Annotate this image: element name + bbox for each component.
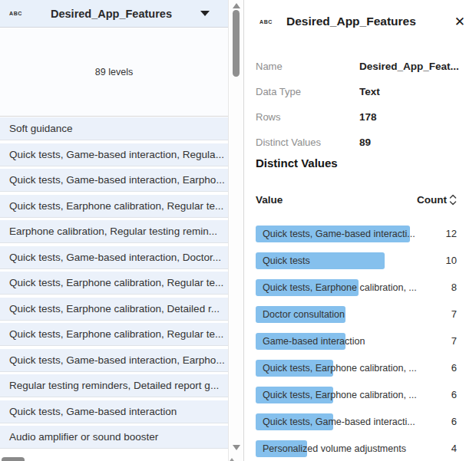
- metadata-row: Rows 178: [256, 104, 465, 130]
- count-cell: 7: [451, 306, 457, 323]
- list-item[interactable]: Earphone calibration, Regular testing re…: [0, 220, 228, 243]
- list-item[interactable]: Quick tests, Earphone calibration, Regul…: [0, 272, 228, 295]
- count-cell: 6: [451, 360, 457, 377]
- list-item[interactable]: Audio amplifier or sound booster: [0, 426, 228, 449]
- count-cell: 10: [446, 252, 457, 269]
- column-details-panel: ABC Desired_App_Features ✕ Name Desired_…: [243, 0, 476, 461]
- metadata-label: Data Type: [256, 86, 359, 97]
- metadata-row: Data Type Text: [256, 79, 465, 104]
- value-column-header: Value: [256, 194, 283, 206]
- horizontal-scrollbar-thumb[interactable]: [2, 457, 25, 461]
- table-row[interactable]: Doctor consultation 7: [256, 306, 476, 323]
- table-row[interactable]: Personalized volume adjustments 4: [256, 440, 476, 457]
- chevron-down-icon: [200, 11, 210, 16]
- value-cell: Quick tests, Earphone calibration, ...: [263, 360, 417, 377]
- scroll-down-icon[interactable]: [233, 445, 240, 450]
- list-item[interactable]: Quick tests, Game-based interaction, Ear…: [0, 349, 228, 372]
- column-inspector-window: ABC Desired_App_Features 89 levels Soft …: [0, 0, 476, 461]
- column-header-dropdown[interactable]: ABC Desired_App_Features: [0, 0, 228, 28]
- sort-arrows-icon: [449, 194, 457, 206]
- metadata-value: Desired_App_Feat...: [359, 61, 459, 72]
- distinct-values-section-title: Distinct Values: [256, 156, 338, 170]
- table-row[interactable]: Game-based interaction 7: [256, 333, 476, 350]
- metadata-label: Distinct Values: [256, 137, 359, 148]
- vertical-scrollbar[interactable]: [230, 0, 243, 461]
- levels-summary-area: 89 levels: [0, 28, 228, 117]
- list-item[interactable]: Quick tests, Game-based interaction, Doc…: [0, 246, 228, 269]
- metadata-label: Rows: [256, 111, 359, 123]
- scroll-up-icon[interactable]: [233, 3, 240, 8]
- metadata-value: 89: [359, 137, 371, 148]
- table-row[interactable]: Quick tests, Earphone calibration, ... 6: [256, 387, 476, 403]
- list-item[interactable]: Quick tests, Earphone calibration, Regul…: [0, 195, 228, 218]
- count-cell: 4: [451, 440, 457, 457]
- distinct-values-table-header: Value Count: [256, 193, 457, 206]
- table-row[interactable]: Quick tests, Earphone calibration, ... 6: [256, 360, 476, 377]
- table-row[interactable]: Quick tests, Game-based interacti... 12: [256, 226, 476, 242]
- count-cell: 7: [451, 333, 457, 350]
- metadata-row: Distinct Values 89: [256, 130, 465, 155]
- count-column-header[interactable]: Count: [417, 194, 457, 206]
- list-item[interactable]: Quick tests, Earphone calibration, Detai…: [0, 298, 228, 321]
- count-cell: 8: [451, 279, 457, 296]
- list-item[interactable]: Quick tests, Game-based interaction, Ear…: [0, 169, 228, 192]
- value-cell: Doctor consultation: [263, 306, 345, 323]
- column-title: Desired_App_Features: [22, 8, 200, 20]
- metadata-row: Name Desired_App_Feat...: [256, 54, 465, 79]
- value-cell: Personalized volume adjustments: [263, 440, 406, 457]
- column-preview-panel: ABC Desired_App_Features 89 levels Soft …: [0, 0, 229, 461]
- table-row[interactable]: Quick tests 10: [256, 252, 476, 269]
- value-cell: Quick tests, Game-based interacti...: [263, 413, 415, 430]
- count-cell: 6: [451, 413, 457, 430]
- vertical-scrollbar-thumb[interactable]: [233, 10, 240, 77]
- metadata-value: Text: [359, 86, 380, 97]
- list-item[interactable]: Quick tests, Earphone calibration, Regul…: [0, 323, 228, 346]
- table-row[interactable]: Quick tests, Game-based interacti... 6: [256, 413, 476, 430]
- list-item[interactable]: Soft guidance: [0, 117, 228, 140]
- value-cell: Game-based interaction: [263, 333, 365, 350]
- list-item[interactable]: Quick tests, Game-based interaction, Reg…: [0, 143, 228, 166]
- distinct-values-table: Quick tests, Game-based interacti... 12 …: [256, 226, 476, 461]
- metadata-value: 178: [359, 111, 377, 123]
- count-header-label: Count: [417, 194, 447, 206]
- text-type-icon: ABC: [9, 11, 22, 16]
- count-cell: 6: [451, 387, 457, 403]
- list-item[interactable]: Quick tests, Game-based interaction: [0, 400, 228, 423]
- count-cell: 12: [446, 226, 457, 242]
- value-cell: Quick tests, Earphone calibration, ...: [263, 387, 417, 403]
- value-cell: Quick tests: [263, 252, 310, 269]
- close-icon[interactable]: ✕: [453, 14, 467, 30]
- horizontal-scroll-arrow-icon[interactable]: [228, 458, 236, 461]
- table-row[interactable]: Quick tests, Earphone calibration, ... 8: [256, 279, 476, 296]
- list-item[interactable]: Regular testing reminders, Detailed repo…: [0, 374, 228, 397]
- text-type-icon: ABC: [259, 19, 273, 25]
- value-cell: Quick tests, Game-based interacti...: [263, 226, 415, 242]
- column-value-list: Soft guidance Quick tests, Game-based in…: [0, 117, 228, 461]
- levels-count-text: 89 levels: [95, 67, 133, 77]
- details-header: ABC Desired_App_Features ✕: [259, 12, 467, 31]
- value-cell: Quick tests, Earphone calibration, ...: [263, 279, 417, 296]
- column-metadata: Name Desired_App_Feat... Data Type Text …: [256, 54, 465, 155]
- details-title: Desired_App_Features: [286, 15, 416, 28]
- metadata-label: Name: [256, 61, 359, 72]
